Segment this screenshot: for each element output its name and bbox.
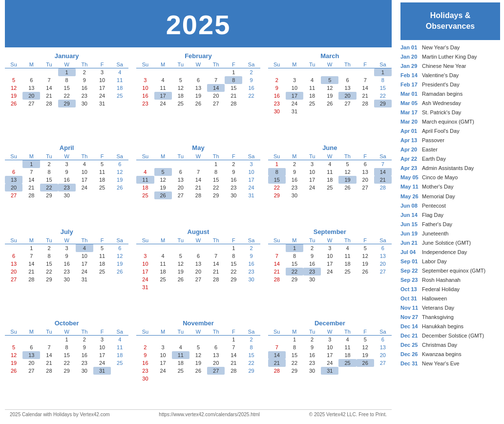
month-title-july: July — [5, 228, 128, 235]
holiday-name: Labor Day — [422, 257, 447, 266]
holiday-name: Mother's Day — [422, 183, 453, 191]
month-may: May SuMTuWThFSa 123 45678910 — [136, 144, 260, 224]
holiday-name: Juneteenth — [422, 230, 448, 238]
footer-left: 2025 Calendar with Holidays by Vertex42.… — [10, 412, 110, 417]
holiday-date: May 05 — [400, 173, 420, 182]
col-w: W — [58, 61, 76, 68]
month-title-april: April — [5, 144, 128, 151]
holiday-date: Mar 17 — [400, 108, 420, 117]
holiday-name: Hanukkah begins — [422, 322, 463, 331]
holiday-name: Flag Day — [422, 211, 443, 219]
holiday-date: Apr 20 — [400, 146, 420, 154]
holiday-date: Jun 15 — [400, 220, 420, 229]
year-header: 2025 — [5, 0, 392, 47]
months-grid: January Su M Tu W Th F Sa — [5, 52, 392, 407]
holiday-name: Halloween — [422, 295, 447, 303]
holiday-name: Valentine's Day — [422, 71, 459, 80]
footer-right: © 2025 Vertex42 LLC. Free to Print. — [309, 412, 387, 417]
holiday-name: New Year's Eve — [422, 360, 460, 368]
month-april: April SuMTuWThFSa 123456 6789101112 — [5, 144, 128, 224]
month-title-september: September — [268, 228, 392, 235]
holiday-item: Apr 22Earth Day — [400, 154, 500, 164]
holiday-item: Mar 17St. Patrick's Day — [400, 108, 500, 117]
month-july: July SuMTuWThFSa 123456 6789101112 — [5, 228, 128, 316]
month-september: September SuMTuWThFSa 123456 78910111213 — [268, 228, 392, 316]
col-f: F — [93, 61, 111, 68]
holiday-date: Nov 27 — [400, 313, 420, 321]
month-january: January Su M Tu W Th F Sa — [5, 52, 128, 140]
month-august: August SuMTuWThFSa 12 3456789 — [136, 228, 260, 316]
holiday-date: Sep 23 — [400, 276, 420, 284]
holiday-name: April Fool's Day — [422, 127, 460, 135]
holiday-name: Kwanzaa begins — [422, 350, 462, 359]
holiday-date: Jan 01 — [400, 43, 420, 52]
col-su: Su — [5, 61, 22, 68]
holiday-item: Dec 14Hanukkah begins — [400, 322, 500, 331]
holiday-item: Nov 11Veterans Day — [400, 303, 500, 313]
holiday-date: May 11 — [400, 183, 420, 191]
col-sa: Sa — [111, 61, 128, 68]
holiday-date: Apr 01 — [400, 127, 420, 135]
col-th: Th — [76, 61, 93, 68]
holiday-date: Dec 31 — [400, 360, 420, 368]
holiday-name: Pentecost — [422, 202, 446, 210]
holiday-date: Jan 20 — [400, 53, 420, 61]
page: 2025 January Su M Tu W Th F — [0, 0, 504, 424]
holiday-date: Oct 31 — [400, 295, 420, 303]
holiday-item: May 26Memorial Day — [400, 192, 500, 201]
month-title-june: June — [268, 144, 392, 151]
holiday-date: Sep 22 — [400, 267, 420, 275]
col-m: M — [22, 61, 40, 68]
month-december: December SuMTuWThFSa 123456 78910111213 — [268, 319, 392, 407]
holiday-item: May 11Mother's Day — [400, 182, 500, 191]
holiday-name: June Solstice (GMT) — [422, 239, 471, 247]
month-title-august: August — [136, 228, 260, 235]
month-february: February SuMTuWThFSa 12 3456789 — [136, 52, 260, 140]
holiday-date: Mar 01 — [400, 90, 420, 98]
holiday-name: President's Day — [422, 81, 460, 89]
holiday-date: Nov 11 — [400, 304, 420, 312]
footer: 2025 Calendar with Holidays by Vertex42.… — [5, 409, 392, 419]
holiday-name: Independence Day — [422, 248, 467, 256]
holiday-item: Feb 17President's Day — [400, 80, 500, 89]
holiday-name: September equinox (GMT) — [422, 267, 485, 275]
month-title-march: March — [268, 52, 392, 60]
month-title-january: January — [5, 52, 128, 60]
holiday-name: December Solstice (GMT) — [422, 332, 484, 340]
holiday-name: Earth Day — [422, 155, 446, 163]
holiday-item: Apr 23Admin Assistants Day — [400, 164, 500, 173]
holiday-date: Jun 21 — [400, 239, 420, 247]
holiday-name: Cinco de Mayo — [422, 173, 458, 182]
holiday-name: Rosh Hashanah — [422, 276, 461, 284]
holiday-item: Mar 20March equinox (GMT) — [400, 117, 500, 127]
holiday-date: Apr 22 — [400, 155, 420, 163]
holiday-item: Jun 14Flag Day — [400, 211, 500, 220]
holiday-date: Dec 21 — [400, 332, 420, 340]
col-tu: Tu — [40, 61, 58, 68]
holiday-name: Christmas Day — [422, 341, 457, 349]
holiday-date: May 26 — [400, 192, 420, 201]
holiday-item: Jun 19Juneteenth — [400, 229, 500, 238]
holiday-item: Apr 13Passover — [400, 136, 500, 145]
holiday-name: Easter — [422, 146, 438, 154]
holiday-date: Mar 05 — [400, 99, 420, 107]
holiday-item: Dec 31New Year's Eve — [400, 359, 500, 368]
sidebar-header: Holidays &Observances — [400, 2, 500, 40]
month-title-february: February — [136, 52, 260, 60]
calendar-section: 2025 January Su M Tu W Th F — [0, 0, 397, 424]
holiday-item: Mar 01Ramadan begins — [400, 89, 500, 99]
holiday-item: Jan 29Chinese New Year — [400, 62, 500, 71]
sidebar: Holidays &Observances Jan 01New Year's D… — [397, 0, 504, 424]
holiday-name: Ramadan begins — [422, 90, 462, 98]
holiday-date: Oct 13 — [400, 285, 420, 294]
holiday-date: Jan 29 — [400, 62, 420, 70]
holiday-item: Apr 20Easter — [400, 145, 500, 154]
year-title: 2025 — [166, 9, 231, 40]
holiday-name: Passover — [422, 136, 444, 145]
holiday-name: Ash Wednesday — [422, 99, 461, 107]
holiday-name: Chinese New Year — [422, 62, 466, 70]
holiday-name: Admin Assistants Day — [422, 164, 474, 172]
month-title-november: November — [136, 319, 260, 327]
holiday-date: Jun 08 — [400, 202, 420, 210]
month-november: November SuMTuWThFSa 12 2345678 — [136, 319, 260, 407]
